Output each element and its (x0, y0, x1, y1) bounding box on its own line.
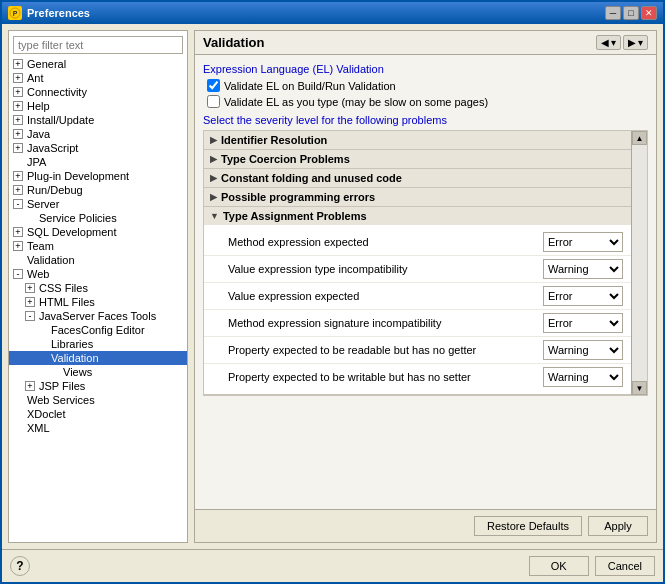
sidebar-item-help[interactable]: +Help (9, 99, 187, 113)
sidebar-item-label: General (27, 58, 66, 70)
preferences-window: P Preferences ─ □ ✕ +General+Ant+Connect… (0, 0, 665, 584)
sidebar-item-javascript[interactable]: +JavaScript (9, 141, 187, 155)
sidebar-item-validation-jsf[interactable]: Validation (9, 351, 187, 365)
severity-select-no-getter[interactable]: ErrorWarningIgnore (543, 340, 623, 360)
sidebar-item-xdoclet[interactable]: XDoclet (9, 407, 187, 421)
group-header-type-assignment[interactable]: ▼Type Assignment Problems (204, 207, 631, 225)
problem-label: Method expression expected (228, 236, 543, 248)
tree-toggle-icon[interactable]: + (13, 101, 23, 111)
severity-select-method-sig-incompatibility[interactable]: ErrorWarningIgnore (543, 313, 623, 333)
group-header-type-coercion[interactable]: ▶Type Coercion Problems (204, 150, 631, 168)
sidebar-item-run-debug[interactable]: +Run/Debug (9, 183, 187, 197)
sidebar-item-label: Web Services (27, 394, 95, 406)
sidebar-item-jsf-tools[interactable]: -JavaServer Faces Tools (9, 309, 187, 323)
sidebar-item-label: JPA (27, 156, 46, 168)
sidebar-item-web[interactable]: -Web (9, 267, 187, 281)
tree-toggle-icon[interactable]: + (13, 129, 23, 139)
sidebar-item-service-policies[interactable]: Service Policies (9, 211, 187, 225)
problem-row-no-getter: Property expected to be readable but has… (204, 337, 631, 364)
sidebar-item-java[interactable]: +Java (9, 127, 187, 141)
minimize-button[interactable]: ─ (605, 6, 621, 20)
sidebar-item-connectivity[interactable]: +Connectivity (9, 85, 187, 99)
tree-toggle-icon[interactable]: + (13, 73, 23, 83)
svg-text:P: P (13, 10, 18, 17)
severity-select-value-expr-expected[interactable]: ErrorWarningIgnore (543, 286, 623, 306)
sidebar-item-validation[interactable]: Validation (9, 253, 187, 267)
group-label: Type Assignment Problems (223, 210, 367, 222)
sidebar-item-general[interactable]: +General (9, 57, 187, 71)
cancel-button[interactable]: Cancel (595, 556, 655, 576)
group-header-identifier-resolution[interactable]: ▶Identifier Resolution (204, 131, 631, 149)
sidebar-item-plugin-dev[interactable]: +Plug-in Development (9, 169, 187, 183)
tree-toggle-icon[interactable]: - (25, 311, 35, 321)
severity-section-label: Select the severity level for the follow… (203, 114, 648, 126)
sidebar-item-server[interactable]: -Server (9, 197, 187, 211)
sidebar: +General+Ant+Connectivity+Help+Install/U… (8, 30, 188, 543)
sidebar-item-install-update[interactable]: +Install/Update (9, 113, 187, 127)
close-button[interactable]: ✕ (641, 6, 657, 20)
tree-toggle-icon[interactable]: + (13, 59, 23, 69)
sidebar-item-label: FacesConfig Editor (51, 324, 145, 336)
sidebar-item-label: HTML Files (39, 296, 95, 308)
sidebar-item-css-files[interactable]: +CSS Files (9, 281, 187, 295)
tree-toggle-icon[interactable]: + (13, 227, 23, 237)
ok-button[interactable]: OK (529, 556, 589, 576)
tree-toggle-icon[interactable]: + (13, 87, 23, 97)
scroll-down-button[interactable]: ▼ (632, 381, 647, 395)
forward-button[interactable]: ▶ ▾ (623, 35, 648, 50)
sidebar-item-team[interactable]: +Team (9, 239, 187, 253)
sidebar-item-label: SQL Development (27, 226, 116, 238)
tree-toggle-icon[interactable]: + (13, 241, 23, 251)
back-button[interactable]: ◀ ▾ (596, 35, 621, 50)
validate-build-checkbox[interactable] (207, 79, 220, 92)
group-constant-folding: ▶Constant folding and unused code (204, 169, 631, 188)
nav-fwd-dropdown-icon: ▾ (638, 37, 643, 48)
titlebar-left: P Preferences (8, 6, 90, 20)
problem-label: Value expression expected (228, 290, 543, 302)
problem-row-method-sig-incompatibility: Method expression signature incompatibil… (204, 310, 631, 337)
sidebar-item-views[interactable]: Views (9, 365, 187, 379)
tree-toggle-icon[interactable]: - (13, 199, 23, 209)
sidebar-item-libraries[interactable]: Libraries (9, 337, 187, 351)
sidebar-item-sql-dev[interactable]: +SQL Development (9, 225, 187, 239)
maximize-button[interactable]: □ (623, 6, 639, 20)
tree-toggle-icon[interactable]: + (25, 381, 35, 391)
sidebar-item-xml[interactable]: XML (9, 421, 187, 435)
tree-toggle-icon[interactable]: + (13, 171, 23, 181)
bottom-buttons: Restore Defaults Apply (195, 509, 656, 542)
apply-button[interactable]: Apply (588, 516, 648, 536)
sidebar-item-label: JSP Files (39, 380, 85, 392)
sidebar-item-label: Web (27, 268, 49, 280)
sidebar-item-jpa[interactable]: JPA (9, 155, 187, 169)
sidebar-item-ant[interactable]: +Ant (9, 71, 187, 85)
sidebar-item-html-files[interactable]: +HTML Files (9, 295, 187, 309)
sidebar-item-label: Install/Update (27, 114, 94, 126)
group-header-possible-programming[interactable]: ▶Possible programming errors (204, 188, 631, 206)
restore-defaults-button[interactable]: Restore Defaults (474, 516, 582, 536)
sidebar-item-label: Team (27, 240, 54, 252)
tree-toggle-icon[interactable]: + (13, 185, 23, 195)
tree-toggle-icon[interactable]: - (13, 269, 23, 279)
tree-toggle-icon[interactable]: + (25, 283, 35, 293)
group-header-constant-folding[interactable]: ▶Constant folding and unused code (204, 169, 631, 187)
problem-label: Value expression type incompatibility (228, 263, 543, 275)
severity-select-no-setter[interactable]: ErrorWarningIgnore (543, 367, 623, 387)
sidebar-item-web-services[interactable]: Web Services (9, 393, 187, 407)
scroll-up-button[interactable]: ▲ (632, 131, 647, 145)
problem-row-no-setter: Property expected to be writable but has… (204, 364, 631, 390)
sidebar-item-label: Validation (51, 352, 99, 364)
tree-toggle-icon[interactable]: + (13, 143, 23, 153)
severity-select-method-expr-expected[interactable]: ErrorWarningIgnore (543, 232, 623, 252)
sidebar-item-label: Plug-in Development (27, 170, 129, 182)
tree-toggle-icon[interactable]: + (13, 115, 23, 125)
severity-select-value-expr-incompatibility[interactable]: ErrorWarningIgnore (543, 259, 623, 279)
group-arrow-icon: ▶ (210, 135, 217, 145)
sidebar-item-jsp-files[interactable]: +JSP Files (9, 379, 187, 393)
help-button[interactable]: ? (10, 556, 30, 576)
tree-toggle-icon[interactable]: + (25, 297, 35, 307)
sidebar-item-label: Views (63, 366, 92, 378)
filter-input[interactable] (13, 36, 183, 54)
validate-type-checkbox[interactable] (207, 95, 220, 108)
sidebar-item-facesconfig-editor[interactable]: FacesConfig Editor (9, 323, 187, 337)
groups-container: ▲ ▼ ▶Identifier Resolution▶Type Coercion… (203, 130, 648, 396)
